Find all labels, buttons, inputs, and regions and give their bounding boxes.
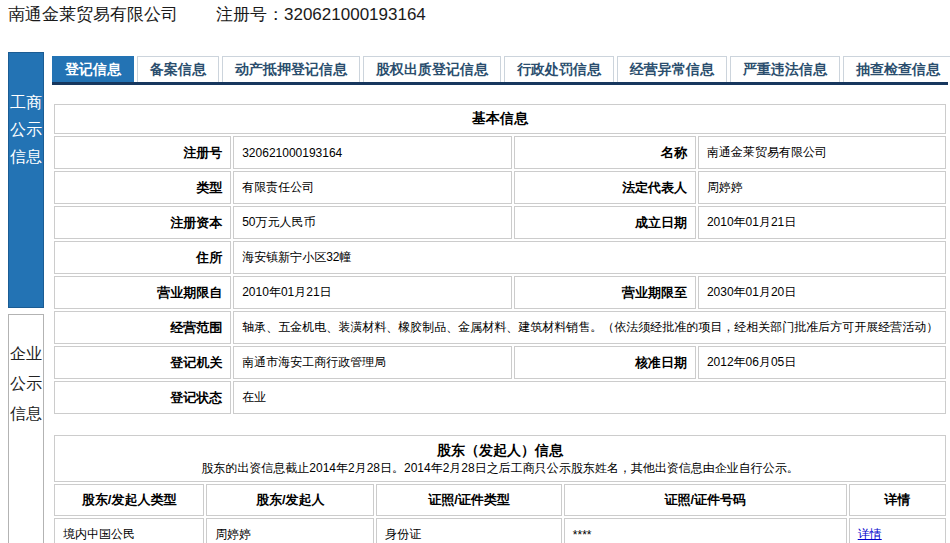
field-value: 50万元人民币 bbox=[233, 206, 512, 239]
company-name: 南通金莱贸易有限公司 bbox=[8, 5, 178, 24]
tab-serious-violation-info[interactable]: 严重违法信息 bbox=[730, 56, 840, 82]
table-row: 境内中国公民 周婷婷 身份证 **** 详情 bbox=[54, 518, 946, 543]
main-content: 登记信息 备案信息 动产抵押登记信息 股权出质登记信息 行政处罚信息 经营异常信… bbox=[52, 56, 948, 543]
field-label: 营业期限至 bbox=[514, 276, 696, 309]
tab-registration-info[interactable]: 登记信息 bbox=[52, 56, 134, 82]
field-label: 营业期限自 bbox=[54, 276, 231, 309]
basic-info-table: 基本信息 注册号 320621000193164 名称 南通金莱贸易有限公司 类… bbox=[52, 102, 948, 416]
field-value: 2010年01月21日 bbox=[233, 276, 512, 309]
sidebar: 工商公示信息 企业公示信息 bbox=[8, 52, 44, 543]
field-value: 南通市海安工商行政管理局 bbox=[233, 346, 512, 379]
field-label: 注册资本 bbox=[54, 206, 231, 239]
field-value: 轴承、五金机电、装潢材料、橡胶制品、金属材料、建筑材料销售。（依法须经批准的项目… bbox=[233, 311, 946, 344]
field-value: 南通金莱贸易有限公司 bbox=[698, 136, 946, 169]
info-row: 注册资本 50万元人民币 成立日期 2010年01月21日 bbox=[54, 206, 946, 239]
info-row: 经营范围 轴承、五金机电、装潢材料、橡胶制品、金属材料、建筑材料销售。（依法须经… bbox=[54, 311, 946, 344]
field-value: 有限责任公司 bbox=[233, 171, 512, 204]
sidebar-item-business-publicity[interactable]: 工商公示信息 bbox=[8, 52, 44, 308]
tab-spot-check-info[interactable]: 抽查检查信息 bbox=[843, 56, 950, 82]
field-label: 登记机关 bbox=[54, 346, 231, 379]
tab-filing-info[interactable]: 备案信息 bbox=[137, 56, 219, 82]
column-header-row: 股东/发起人类型 股东/发起人 证照/证件类型 证照/证件号码 详情 bbox=[54, 484, 946, 516]
field-label: 类型 bbox=[54, 171, 231, 204]
tab-equity-pledge-info[interactable]: 股权出质登记信息 bbox=[363, 56, 501, 82]
shareholder-name: 周婷婷 bbox=[206, 518, 374, 543]
shareholders-section-header: 股东（发起人）信息 股东的出资信息截止2014年2月28日。2014年2月28日… bbox=[54, 435, 946, 482]
field-value: 海安镇新宁小区32幢 bbox=[233, 241, 946, 274]
info-row: 营业期限自 2010年01月21日 营业期限至 2030年01月20日 bbox=[54, 276, 946, 309]
page-title: 南通金莱贸易有限公司注册号：320621000193164 bbox=[8, 3, 426, 26]
cert-type: 身份证 bbox=[376, 518, 562, 543]
cert-number: **** bbox=[564, 518, 847, 543]
tab-chattel-mortgage-info[interactable]: 动产抵押登记信息 bbox=[222, 56, 360, 82]
field-value: 2010年01月21日 bbox=[698, 206, 946, 239]
field-value: 2030年01月20日 bbox=[698, 276, 946, 309]
detail-link[interactable]: 详情 bbox=[858, 527, 882, 541]
field-value: 2012年06月05日 bbox=[698, 346, 946, 379]
field-label: 成立日期 bbox=[514, 206, 696, 239]
info-row: 注册号 320621000193164 名称 南通金莱贸易有限公司 bbox=[54, 136, 946, 169]
shareholders-table: 股东（发起人）信息 股东的出资信息截止2014年2月28日。2014年2月28日… bbox=[52, 433, 948, 543]
table-title-row: 基本信息 bbox=[54, 104, 946, 134]
info-row: 住所 海安镇新宁小区32幢 bbox=[54, 241, 946, 274]
shareholder-type: 境内中国公民 bbox=[54, 518, 204, 543]
shareholders-note: 股东的出资信息截止2014年2月28日。2014年2月28日之后工商只公示股东姓… bbox=[57, 460, 943, 477]
column-header-shareholder-type: 股东/发起人类型 bbox=[54, 484, 204, 516]
field-label: 注册号 bbox=[54, 136, 231, 169]
info-row: 类型 有限责任公司 法定代表人 周婷婷 bbox=[54, 171, 946, 204]
column-header-shareholder-name: 股东/发起人 bbox=[206, 484, 374, 516]
basic-info-title: 基本信息 bbox=[54, 104, 946, 134]
field-label: 登记状态 bbox=[54, 381, 231, 414]
info-row: 登记机关 南通市海安工商行政管理局 核准日期 2012年06月05日 bbox=[54, 346, 946, 379]
field-value: 在业 bbox=[233, 381, 946, 414]
column-header-cert-number: 证照/证件号码 bbox=[564, 484, 847, 516]
shareholders-title: 股东（发起人）信息 bbox=[57, 440, 943, 460]
field-label: 经营范围 bbox=[54, 311, 231, 344]
field-value: 320621000193164 bbox=[233, 136, 512, 169]
field-label: 住所 bbox=[54, 241, 231, 274]
section-header-row: 股东（发起人）信息 股东的出资信息截止2014年2月28日。2014年2月28日… bbox=[54, 435, 946, 482]
field-label: 名称 bbox=[514, 136, 696, 169]
field-label: 法定代表人 bbox=[514, 171, 696, 204]
field-value: 周婷婷 bbox=[698, 171, 946, 204]
sidebar-item-enterprise-publicity[interactable]: 企业公示信息 bbox=[8, 314, 44, 543]
column-header-cert-type: 证照/证件类型 bbox=[376, 484, 562, 516]
field-label: 核准日期 bbox=[514, 346, 696, 379]
tab-abnormal-operation-info[interactable]: 经营异常信息 bbox=[617, 56, 727, 82]
tab-bar: 登记信息 备案信息 动产抵押登记信息 股权出质登记信息 行政处罚信息 经营异常信… bbox=[52, 56, 948, 85]
tab-admin-penalty-info[interactable]: 行政处罚信息 bbox=[504, 56, 614, 82]
column-header-detail: 详情 bbox=[849, 484, 946, 516]
registration-number: 注册号：320621000193164 bbox=[216, 5, 426, 24]
info-row: 登记状态 在业 bbox=[54, 381, 946, 414]
